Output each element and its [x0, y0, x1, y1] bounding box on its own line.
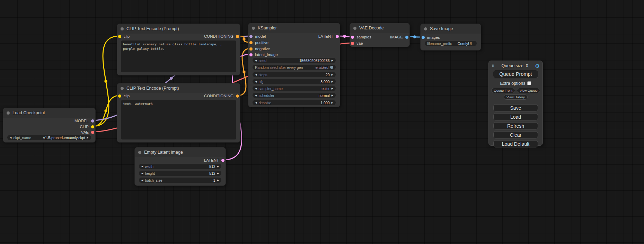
next-arrow-icon[interactable]: ▶	[332, 100, 333, 105]
prev-arrow-icon[interactable]: ◀	[141, 171, 143, 176]
next-arrow-icon[interactable]: ▶	[332, 72, 333, 77]
view-history-button[interactable]: View History	[504, 94, 528, 100]
prev-arrow-icon[interactable]: ◀	[255, 72, 257, 77]
input-slot-samples[interactable]: samples	[351, 35, 371, 39]
node-title-bar[interactable]: Load Checkpoint	[3, 108, 95, 118]
widget-height[interactable]: ◀ height 512 ▶	[139, 171, 221, 176]
slot-dot[interactable]	[118, 94, 121, 98]
queue-prompt-button[interactable]: Queue Prompt	[493, 70, 538, 78]
widget-ckpt-name[interactable]: ◀ ckpt_name v1-5-pruned-emaonly.ckpt ▶	[7, 135, 91, 140]
collapse-dot-icon[interactable]	[7, 111, 10, 115]
slot-dot[interactable]	[91, 125, 94, 128]
collapse-dot-icon[interactable]	[121, 87, 124, 90]
slot-dot[interactable]	[422, 36, 425, 39]
node-title-bar[interactable]: Save Image	[421, 24, 481, 34]
next-arrow-icon[interactable]: ▶	[87, 135, 89, 140]
node-ksampler[interactable]: KSampler model positive negative latent_…	[248, 23, 340, 107]
output-slot-model[interactable]: MODEL	[74, 118, 94, 123]
widget-random-seed-toggle[interactable]: Random seed after every gen enabled	[253, 65, 336, 70]
slot-dot[interactable]	[91, 131, 94, 134]
prev-arrow-icon[interactable]: ◀	[141, 164, 143, 169]
next-arrow-icon[interactable]: ▶	[217, 171, 219, 176]
next-arrow-icon[interactable]: ▶	[217, 164, 219, 169]
slot-dot[interactable]	[336, 35, 339, 38]
settings-gear-icon[interactable]: ⚙	[535, 63, 540, 69]
prev-arrow-icon[interactable]: ◀	[141, 178, 143, 183]
output-slot-conditioning[interactable]: CONDITIONING	[204, 93, 239, 98]
slot-dot[interactable]	[249, 47, 253, 51]
node-vae-decode[interactable]: VAE Decode samples vae IMAGE	[350, 23, 410, 47]
toggle-knob-icon[interactable]	[330, 66, 333, 69]
slot-dot[interactable]	[249, 41, 253, 44]
graph-canvas[interactable]: Load Checkpoint MODEL CLIP VAE ◀ ckpt_na…	[0, 0, 644, 244]
load-button[interactable]: Load	[493, 113, 538, 120]
widget-filename-prefix[interactable]: filename_prefix ComfyUI	[425, 41, 477, 46]
slot-dot[interactable]	[221, 159, 224, 162]
collapse-dot-icon[interactable]	[353, 27, 356, 30]
slot-dot[interactable]	[91, 119, 94, 123]
output-slot-clip[interactable]: CLIP	[80, 124, 94, 129]
output-slot-image[interactable]: IMAGE	[390, 35, 408, 39]
output-slot-latent[interactable]: LATENT	[318, 34, 339, 39]
collapse-dot-icon[interactable]	[424, 27, 427, 30]
next-arrow-icon[interactable]: ▶	[332, 93, 333, 98]
slot-dot[interactable]	[351, 42, 354, 45]
slot-dot[interactable]	[118, 35, 121, 38]
next-arrow-icon[interactable]: ▶	[332, 58, 333, 63]
slot-dot[interactable]	[249, 35, 253, 38]
widget-width[interactable]: ◀ width 512 ▶	[139, 164, 221, 169]
input-slot-model[interactable]: model	[249, 34, 266, 39]
widget-scheduler[interactable]: ◀ scheduler normal ▶	[253, 93, 336, 98]
prev-arrow-icon[interactable]: ◀	[255, 100, 257, 105]
slot-dot[interactable]	[405, 36, 408, 39]
node-save-image[interactable]: Save Image images filename_prefix ComfyU…	[420, 24, 481, 51]
drag-handle-icon[interactable]: ⠿	[492, 63, 495, 68]
slot-dot[interactable]	[351, 36, 354, 39]
node-title-bar[interactable]: CLIP Text Encode (Prompt)	[117, 24, 240, 34]
input-slot-images[interactable]: images	[422, 35, 440, 40]
prompt-textarea[interactable]: beautiful scenery nature glass bottle la…	[121, 40, 236, 72]
queue-front-button[interactable]: Queue Front	[491, 88, 515, 93]
node-title-bar[interactable]: KSampler	[248, 23, 340, 33]
node-clip-text-encode-positive[interactable]: CLIP Text Encode (Prompt) clip CONDITION…	[117, 24, 240, 75]
node-empty-latent-image[interactable]: Empty Latent Image LATENT ◀ width 512 ▶ …	[134, 147, 226, 186]
collapse-dot-icon[interactable]	[138, 151, 141, 154]
view-queue-button[interactable]: View Queue	[517, 88, 540, 93]
prev-arrow-icon[interactable]: ◀	[255, 86, 257, 91]
input-slot-negative[interactable]: negative	[249, 46, 270, 51]
collapse-dot-icon[interactable]	[121, 27, 124, 30]
load-default-button[interactable]: Load Default	[493, 140, 538, 147]
next-arrow-icon[interactable]: ▶	[332, 79, 333, 84]
node-title-bar[interactable]: VAE Decode	[350, 23, 409, 33]
prev-arrow-icon[interactable]: ◀	[255, 58, 257, 63]
widget-denoise[interactable]: ◀ denoise 1.000 ▶	[253, 100, 336, 105]
output-slot-latent[interactable]: LATENT	[204, 158, 224, 163]
input-slot-vae[interactable]: vae	[351, 41, 363, 46]
node-clip-text-encode-negative[interactable]: CLIP Text Encode (Prompt) clip CONDITION…	[117, 83, 240, 143]
output-slot-vae[interactable]: VAE	[81, 130, 94, 135]
input-slot-latent-image[interactable]: latent_image	[249, 52, 278, 57]
prev-arrow-icon[interactable]: ◀	[255, 79, 257, 84]
widget-sampler-name[interactable]: ◀ sampler_name euler ▶	[253, 86, 336, 91]
node-load-checkpoint[interactable]: Load Checkpoint MODEL CLIP VAE ◀ ckpt_na…	[3, 108, 96, 143]
widget-batch-size[interactable]: ◀ batch_size 1 ▶	[139, 178, 221, 183]
slot-dot[interactable]	[236, 35, 239, 38]
slot-dot[interactable]	[236, 94, 239, 98]
widget-seed[interactable]: ◀ seed 156680208700286 ▶	[253, 58, 336, 63]
slot-dot[interactable]	[249, 53, 253, 56]
input-slot-clip[interactable]: clip	[118, 34, 130, 39]
input-slot-clip[interactable]: clip	[118, 93, 130, 98]
input-slot-positive[interactable]: positive	[249, 40, 268, 45]
next-arrow-icon[interactable]: ▶	[332, 86, 333, 91]
prompt-textarea[interactable]: text, watermark	[121, 100, 236, 139]
clear-button[interactable]: Clear	[493, 131, 538, 138]
extra-options-checkbox[interactable]	[527, 81, 531, 85]
node-title-bar[interactable]: Empty Latent Image	[135, 147, 226, 157]
prev-arrow-icon[interactable]: ◀	[255, 93, 257, 98]
output-slot-conditioning[interactable]: CONDITIONING	[204, 34, 239, 39]
collapse-dot-icon[interactable]	[252, 27, 255, 30]
save-button[interactable]: Save	[493, 104, 538, 111]
next-arrow-icon[interactable]: ▶	[217, 178, 219, 183]
node-title-bar[interactable]: CLIP Text Encode (Prompt)	[117, 83, 240, 93]
widget-cfg[interactable]: ◀ cfg 8.000 ▶	[253, 79, 336, 84]
